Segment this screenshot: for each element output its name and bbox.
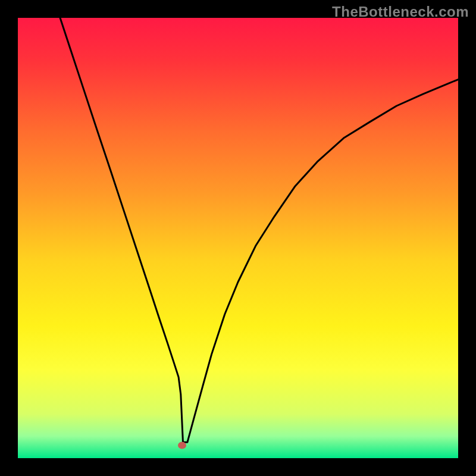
watermark: TheBottleneck.com — [332, 4, 469, 20]
optimal-point-marker — [178, 442, 186, 449]
bottleneck-chart: TheBottleneck.com — [0, 0, 476, 476]
chart-svg — [0, 0, 476, 476]
plot-background — [18, 18, 458, 458]
